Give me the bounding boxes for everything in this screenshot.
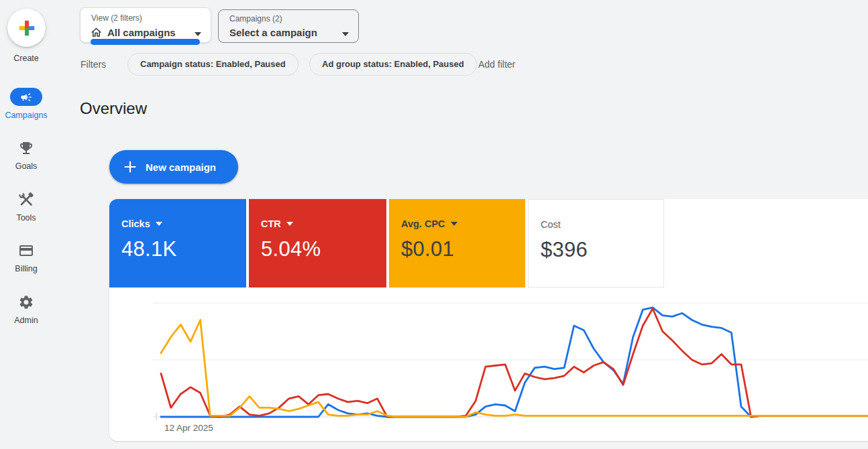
trophy-icon (18, 140, 34, 156)
metric-tab-value: 5.04% (261, 237, 321, 261)
sidebar-label-billing: Billing (0, 264, 52, 273)
sidebar-item-admin[interactable] (0, 294, 52, 310)
chart-line-clicks (161, 308, 868, 417)
campaign-selector-label: Campaigns (2) (229, 14, 282, 23)
page-title: Overview (80, 99, 147, 118)
sidebar-item-campaigns[interactable] (0, 88, 52, 106)
metric-tab-ctr[interactable]: CTR 5.04% (249, 199, 386, 287)
metric-tab-label: CTR (261, 218, 281, 229)
home-icon (90, 26, 103, 39)
metric-tab-label: Avg. CPC (401, 218, 445, 229)
new-campaign-label: New campaign (146, 162, 216, 173)
metric-tab-clicks[interactable]: Clicks 48.1K (109, 199, 246, 287)
view-selected-indicator (91, 39, 200, 45)
chevron-down-icon (451, 222, 457, 226)
x-axis-first-date-label: 12 Apr 2025 (164, 423, 213, 433)
nav-rail: Create Campaigns Goals Tools Billing (0, 0, 52, 449)
filter-chip-campaign-status[interactable]: Campaign status: Enabled, Paused (127, 53, 299, 76)
view-selector-label: View (2 filters) (91, 13, 142, 23)
gear-icon (18, 294, 34, 310)
metric-tab-avg-cpc[interactable]: Avg. CPC $0.01 (389, 199, 525, 287)
hammer-wrench-icon (18, 192, 34, 208)
new-campaign-button[interactable]: New campaign (109, 150, 238, 184)
campaign-selector[interactable]: Campaigns (2) Select a campaign (218, 9, 359, 43)
campaigns-active-pill (10, 88, 42, 106)
sidebar-item-goals[interactable] (0, 140, 52, 156)
campaign-selector-value: Select a campaign (229, 27, 317, 38)
create-label: Create (0, 54, 52, 63)
megaphone-icon (20, 91, 32, 103)
google-plus-icon (17, 18, 37, 38)
metric-tab-value: 48.1K (121, 237, 177, 261)
chevron-down-icon (286, 222, 293, 226)
chevron-down-icon (156, 222, 162, 226)
filters-label: Filters (80, 59, 106, 70)
sidebar-label-goals: Goals (0, 162, 52, 171)
credit-card-icon (18, 243, 34, 259)
sidebar-item-tools[interactable] (0, 192, 52, 208)
sidebar-label-campaigns: Campaigns (0, 111, 52, 120)
plus-icon (123, 160, 137, 174)
sidebar-label-tools: Tools (0, 213, 52, 222)
view-selector-value: All campaigns (107, 27, 176, 38)
sidebar-item-billing[interactable] (0, 243, 52, 259)
chart-line-avg-cpc (161, 320, 868, 418)
metric-tab-value: $0.01 (401, 237, 454, 261)
metric-tab-cost[interactable]: Cost $396 (528, 199, 664, 287)
chart-series-group (161, 308, 868, 417)
add-filter-button[interactable]: Add filter (478, 59, 515, 70)
metric-tab-label: Clicks (121, 218, 150, 229)
chevron-down-icon (195, 32, 201, 36)
overview-chart[interactable] (109, 288, 868, 441)
create-button[interactable] (7, 9, 46, 47)
overview-card: Clicks 48.1K CTR 5.04% Avg. CPC $0.01 Co… (109, 199, 868, 441)
sidebar-label-admin: Admin (0, 316, 52, 325)
view-selector[interactable]: View (2 filters) All campaigns (80, 7, 211, 43)
metric-tab-label: Cost (541, 219, 561, 230)
metric-tab-value: $396 (541, 238, 588, 262)
chevron-down-icon (342, 32, 349, 36)
filter-chip-adgroup-status[interactable]: Ad group status: Enabled, Paused (309, 53, 477, 76)
chart-line-ctr (161, 309, 868, 418)
